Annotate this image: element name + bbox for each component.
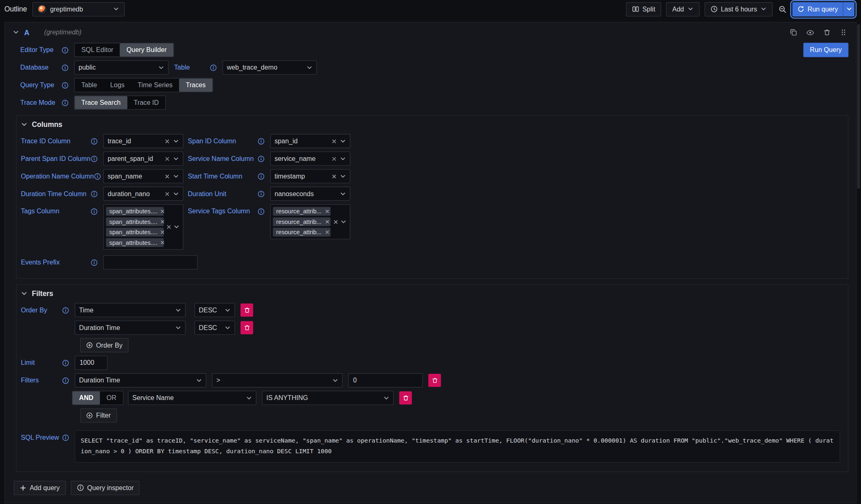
editor-type-option-sql-editor[interactable]: SQL Editor bbox=[75, 43, 120, 57]
logic-option-or[interactable]: OR bbox=[100, 391, 123, 405]
run-query-button-editor[interactable]: Run Query bbox=[803, 43, 848, 57]
chevron-down-icon[interactable] bbox=[224, 307, 231, 313]
info-icon[interactable] bbox=[258, 138, 265, 145]
zoom-out-button[interactable] bbox=[777, 4, 787, 14]
info-icon[interactable] bbox=[91, 155, 97, 162]
collapse-chevron-icon[interactable] bbox=[13, 29, 19, 36]
remove-chip-icon[interactable] bbox=[161, 219, 165, 224]
info-icon[interactable] bbox=[91, 190, 97, 197]
query-type-option-time-series[interactable]: Time Series bbox=[131, 79, 179, 92]
trace-id-column-select[interactable]: trace_id bbox=[103, 134, 184, 148]
query-type-option-traces[interactable]: Traces bbox=[179, 79, 212, 92]
chevron-down-icon[interactable] bbox=[332, 377, 338, 384]
columns-section-header[interactable]: Columns bbox=[21, 120, 843, 129]
filter-operator-select[interactable]: > bbox=[212, 373, 342, 388]
chevron-down-icon[interactable] bbox=[173, 156, 179, 162]
info-icon[interactable] bbox=[94, 173, 101, 180]
query-type-option-table[interactable]: Table bbox=[75, 79, 104, 92]
info-icon[interactable] bbox=[61, 46, 68, 53]
remove-chip-icon[interactable] bbox=[161, 240, 165, 245]
delete-filter-button[interactable] bbox=[428, 374, 441, 387]
add-dropdown-button[interactable]: Add bbox=[666, 2, 699, 16]
clear-icon[interactable] bbox=[332, 156, 337, 161]
filters-section-header[interactable]: Filters bbox=[21, 289, 843, 297]
add-order-by-button[interactable]: Order By bbox=[80, 338, 129, 353]
table-select[interactable]: web_trace_demo bbox=[222, 60, 317, 75]
chevron-down-icon[interactable] bbox=[340, 138, 346, 144]
remove-chip-icon[interactable] bbox=[161, 230, 165, 235]
chevron-down-icon[interactable] bbox=[340, 173, 346, 179]
info-icon[interactable] bbox=[91, 208, 97, 215]
info-icon[interactable] bbox=[62, 377, 69, 384]
datasource-picker[interactable]: greptimedb bbox=[32, 2, 125, 16]
info-icon[interactable] bbox=[61, 81, 68, 88]
chevron-down-icon[interactable] bbox=[340, 219, 347, 225]
info-icon[interactable] bbox=[62, 307, 69, 314]
chevron-down-icon[interactable] bbox=[246, 395, 252, 401]
tags-column-multiselect[interactable]: span_attributes.... span_attributes.... … bbox=[103, 204, 184, 250]
add-query-button[interactable]: Add query bbox=[14, 481, 66, 495]
delete-order-by-button[interactable] bbox=[240, 321, 253, 334]
editor-type-option-query-builder[interactable]: Query Builder bbox=[120, 43, 174, 57]
duplicate-query-button[interactable] bbox=[788, 27, 798, 37]
query-inspector-button[interactable]: Query inspector bbox=[71, 481, 140, 495]
clear-all-icon[interactable] bbox=[333, 219, 338, 224]
delete-filter-button[interactable] bbox=[399, 391, 412, 405]
chevron-down-icon[interactable] bbox=[173, 138, 179, 144]
info-icon[interactable] bbox=[91, 259, 97, 266]
filter-value-input[interactable] bbox=[348, 373, 423, 388]
span-id-column-select[interactable]: span_id bbox=[270, 134, 351, 148]
delete-order-by-button[interactable] bbox=[240, 303, 253, 316]
filter-field-select[interactable]: Duration Time bbox=[75, 373, 206, 388]
info-icon[interactable] bbox=[210, 64, 217, 71]
chevron-down-icon[interactable] bbox=[383, 395, 390, 401]
split-button[interactable]: Split bbox=[626, 2, 661, 16]
clear-icon[interactable] bbox=[165, 156, 170, 161]
chevron-down-icon[interactable] bbox=[175, 307, 181, 313]
info-icon[interactable] bbox=[258, 155, 265, 162]
order-by-direction-select[interactable]: DESC bbox=[195, 303, 235, 317]
order-by-field-select[interactable]: Duration Time bbox=[75, 321, 186, 335]
run-query-button[interactable]: Run query bbox=[792, 2, 843, 16]
info-icon[interactable] bbox=[258, 208, 265, 215]
clear-icon[interactable] bbox=[332, 174, 337, 179]
tag-chip[interactable]: span_attributes.... bbox=[106, 217, 164, 226]
limit-input[interactable] bbox=[75, 356, 107, 370]
trace-mode-option-trace-search[interactable]: Trace Search bbox=[75, 96, 127, 109]
remove-chip-icon[interactable] bbox=[325, 209, 329, 214]
clear-icon[interactable] bbox=[165, 174, 170, 179]
clear-icon[interactable] bbox=[165, 139, 170, 144]
duration-time-column-select[interactable]: duration_nano bbox=[103, 187, 184, 201]
operation-name-column-select[interactable]: span_name bbox=[103, 169, 184, 183]
info-icon[interactable] bbox=[258, 173, 265, 180]
service-tag-chip[interactable]: resource_attrib... bbox=[273, 217, 331, 226]
query-type-option-logs[interactable]: Logs bbox=[104, 79, 131, 92]
remove-chip-icon[interactable] bbox=[325, 219, 329, 224]
chevron-down-icon[interactable] bbox=[158, 65, 164, 71]
start-time-column-select[interactable]: timestamp bbox=[270, 169, 351, 183]
info-icon[interactable] bbox=[258, 190, 265, 197]
add-filter-button[interactable]: Filter bbox=[80, 408, 117, 423]
info-icon[interactable] bbox=[62, 434, 69, 441]
chevron-down-icon[interactable] bbox=[340, 156, 346, 162]
chevron-down-icon[interactable] bbox=[224, 325, 231, 331]
info-icon[interactable] bbox=[61, 99, 68, 106]
clear-all-icon[interactable] bbox=[166, 224, 171, 229]
chevron-down-icon[interactable] bbox=[196, 377, 202, 384]
query-ref-id[interactable]: A bbox=[24, 28, 29, 36]
scrollbar-thumb[interactable] bbox=[857, 24, 860, 189]
service-tag-chip[interactable]: resource_attrib... bbox=[273, 207, 331, 215]
time-range-picker[interactable]: Last 6 hours bbox=[704, 2, 772, 16]
run-query-dropdown[interactable] bbox=[843, 2, 854, 16]
parent-span-id-column-select[interactable]: parent_span_id bbox=[103, 151, 184, 166]
remove-chip-icon[interactable] bbox=[161, 209, 165, 214]
filter-field-select[interactable]: Service Name bbox=[128, 391, 256, 405]
chevron-down-icon[interactable] bbox=[173, 173, 179, 179]
drag-handle[interactable] bbox=[838, 27, 848, 37]
clear-icon[interactable] bbox=[332, 139, 337, 144]
events-prefix-input[interactable] bbox=[103, 255, 198, 269]
tag-chip[interactable]: span_attributes.... bbox=[106, 228, 164, 236]
filter-operator-select[interactable]: IS ANYTHING bbox=[262, 391, 394, 405]
chevron-down-icon[interactable] bbox=[175, 325, 181, 331]
service-tag-chip[interactable]: resource_attrib... bbox=[273, 228, 331, 236]
